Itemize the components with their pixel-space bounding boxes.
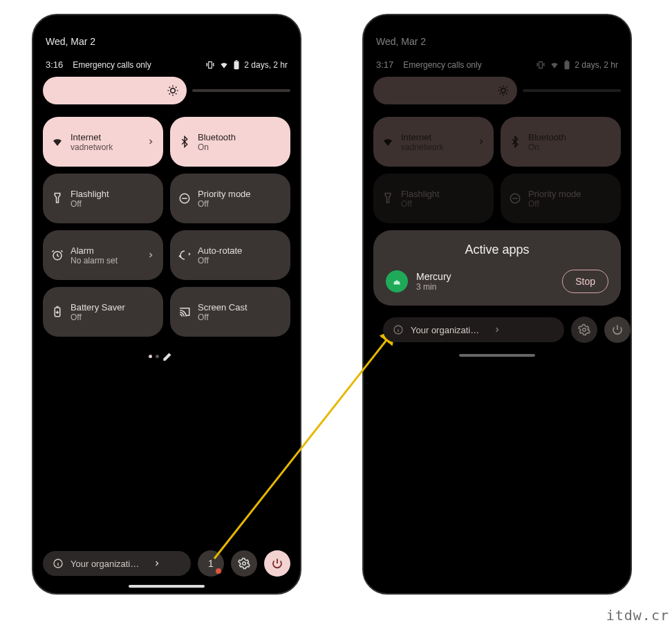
edit-button[interactable] — [155, 343, 181, 369]
svg-rect-8 — [565, 61, 570, 69]
tile-battery-saver[interactable]: Battery Saver Off — [43, 287, 163, 337]
svg-point-12 — [395, 281, 396, 282]
tile-title: Internet — [71, 132, 140, 142]
tile-flashlight[interactable]: Flashlight Off — [43, 174, 163, 223]
chevron-right-icon — [493, 326, 501, 334]
power-button[interactable] — [264, 550, 290, 577]
tile-flashlight[interactable]: Flashlight Off — [373, 174, 494, 223]
chevron-right-icon — [477, 138, 485, 146]
active-count: 1 — [208, 558, 214, 569]
active-app-row: Mercury 3 min Stop — [386, 270, 608, 293]
clock-label: 3:17 — [376, 59, 393, 70]
tile-sub: Off — [198, 256, 282, 265]
tile-sub: On — [198, 142, 282, 152]
svg-rect-0 — [234, 61, 239, 69]
dnd-icon — [178, 192, 191, 205]
wifi-icon — [382, 136, 394, 148]
home-indicator[interactable] — [459, 354, 535, 357]
bluetooth-icon — [509, 136, 521, 148]
active-apps-count-button[interactable]: 1 — [198, 550, 224, 577]
pager-row — [43, 348, 290, 364]
svg-rect-9 — [566, 60, 568, 61]
tile-title: Flashlight — [401, 189, 485, 199]
battery-text: 2 days, 2 hr — [244, 60, 288, 70]
brightness-track[interactable] — [192, 89, 290, 92]
brightness-slider[interactable] — [43, 77, 187, 104]
svg-point-10 — [501, 88, 505, 93]
tile-title: Bluetooth — [198, 132, 282, 142]
tile-bluetooth[interactable]: Bluetooth On — [170, 117, 290, 167]
tile-title: Battery Saver — [71, 302, 155, 312]
wifi-icon — [550, 60, 559, 70]
watermark: itdw.cr — [606, 607, 669, 624]
tile-bluetooth[interactable]: Bluetooth On — [501, 117, 621, 167]
tile-sub: vadnetwork — [401, 142, 470, 152]
svg-point-2 — [170, 88, 175, 93]
active-apps-card: Active apps Mercury 3 min Stop — [373, 230, 621, 306]
cast-icon — [178, 306, 191, 318]
info-icon — [393, 324, 404, 335]
emergency-label: Emergency calls only — [403, 60, 481, 70]
org-chip[interactable]: Your organizati… — [383, 317, 564, 342]
notification-dot-icon — [216, 568, 221, 574]
footer-row: Your organizati… 1 — [43, 550, 290, 577]
svg-rect-1 — [236, 60, 238, 61]
power-button[interactable] — [604, 317, 631, 343]
phone-left: Wed, Mar 2 3:16 Emergency calls only 2 d… — [32, 14, 301, 595]
chevron-right-icon — [147, 251, 155, 259]
tile-sub: Off — [71, 312, 155, 322]
brightness-icon — [496, 84, 510, 97]
tile-internet[interactable]: Internet vadnetwork — [43, 117, 163, 167]
bluetooth-icon — [178, 136, 191, 148]
chevron-right-icon — [153, 559, 161, 568]
tile-sub: Off — [71, 199, 155, 209]
phone-right: Wed, Mar 2 3:17 Emergency calls only 2 d… — [362, 14, 632, 595]
svg-point-13 — [398, 281, 400, 282]
footer-row: Your organizati… — [383, 317, 631, 343]
tile-sub: On — [528, 142, 613, 152]
flashlight-icon — [382, 192, 394, 205]
tile-priority[interactable]: Priority mode Off — [170, 174, 290, 223]
stop-button[interactable]: Stop — [562, 270, 608, 293]
tile-sub: vadnetwork — [71, 142, 140, 152]
tile-sub: Off — [528, 199, 613, 209]
tile-sub: No alarm set — [71, 256, 140, 265]
app-icon — [386, 270, 408, 292]
tile-title: Auto-rotate — [198, 245, 282, 256]
app-name: Mercury — [416, 271, 554, 282]
wifi-icon — [51, 136, 64, 148]
tile-title: Bluetooth — [528, 132, 613, 142]
vibrate-icon — [536, 60, 545, 70]
tile-sub: Off — [401, 199, 485, 209]
info-icon — [53, 558, 64, 569]
tile-cast[interactable]: Screen Cast Off — [170, 287, 290, 337]
brightness-track[interactable] — [523, 89, 621, 92]
org-text: Your organizati… — [71, 559, 139, 569]
brightness-icon — [166, 84, 180, 97]
tile-title: Internet — [401, 132, 470, 142]
status-bar: 3:16 Emergency calls only 2 days, 2 hr — [46, 59, 288, 70]
status-bar: 3:17 Emergency calls only 2 days, 2 hr — [376, 59, 618, 70]
tile-internet[interactable]: Internet vadnetwork — [373, 117, 494, 167]
home-indicator[interactable] — [129, 585, 205, 588]
settings-button[interactable] — [571, 317, 597, 343]
tile-title: Flashlight — [71, 189, 155, 199]
vibrate-icon — [205, 60, 215, 70]
tile-title: Priority mode — [198, 189, 282, 199]
tile-alarm[interactable]: Alarm No alarm set — [43, 230, 163, 280]
tile-autorotate[interactable]: Auto-rotate Off — [170, 230, 290, 280]
wifi-icon — [219, 60, 229, 70]
org-chip[interactable]: Your organizati… — [43, 551, 191, 576]
chevron-right-icon — [147, 138, 155, 146]
settings-button[interactable] — [231, 550, 257, 577]
tile-priority[interactable]: Priority mode Off — [501, 174, 621, 223]
date-label: Wed, Mar 2 — [376, 36, 618, 47]
alarm-icon — [51, 249, 64, 261]
active-apps-heading: Active apps — [386, 243, 608, 257]
brightness-slider[interactable] — [373, 77, 517, 104]
brightness-slider-row — [43, 77, 290, 104]
rotate-icon — [178, 249, 191, 261]
app-duration: 3 min — [416, 282, 554, 292]
date-label: Wed, Mar 2 — [46, 36, 288, 47]
emergency-label: Emergency calls only — [73, 60, 151, 70]
